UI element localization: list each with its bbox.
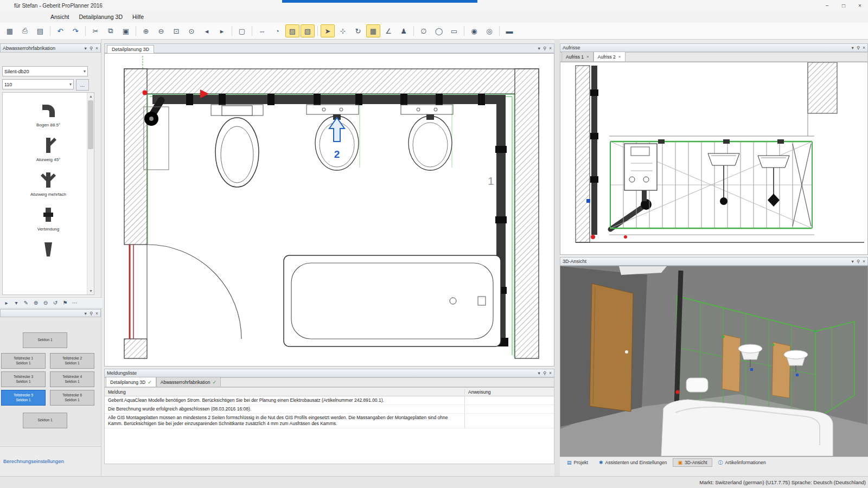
close-icon[interactable]: × — [618, 54, 621, 59]
pin-icon[interactable]: ⚲ — [90, 311, 93, 316]
rotate-element-button[interactable]: ↻ — [351, 24, 365, 37]
selection-window-button[interactable]: ▢ — [235, 24, 249, 37]
view3d-rendering[interactable] — [560, 266, 867, 456]
zoom-out-button[interactable]: ⊖ — [154, 24, 168, 37]
plan-document-tab[interactable]: Detailplanung 3D — [107, 45, 154, 53]
list-item[interactable]: Abzweig 45° — [3, 135, 94, 162]
washbasin-symbol[interactable] — [409, 114, 452, 170]
toilet-3d[interactable] — [686, 378, 708, 392]
section-block[interactable]: Teilstrecke 3 Sektion 1 — [1, 371, 46, 387]
pin-icon[interactable]: ⚲ — [543, 370, 546, 376]
pan-button[interactable]: ⇔ — [255, 24, 269, 37]
snap-grid-button[interactable]: ▦ — [366, 24, 380, 37]
tab-projekt[interactable]: ▤ Projekt — [562, 458, 593, 467]
section-block[interactable]: Teilstrecke 4 Sektion 1 — [50, 371, 94, 387]
pin-icon[interactable]: ⚲ — [857, 45, 860, 50]
list-item[interactable]: Abzweig mehrfach — [3, 170, 94, 197]
zoom-window-button[interactable]: ⊡ — [169, 24, 183, 37]
menu-ansicht[interactable]: Ansicht — [46, 12, 74, 21]
pipe-system-select[interactable]: Silent-db20 ▾ — [2, 66, 88, 76]
diameter-browse-button[interactable]: … — [76, 79, 89, 91]
tool-remove-icon[interactable]: ⊖ — [41, 299, 50, 307]
close-icon[interactable]: × — [863, 259, 865, 264]
column-anweisung[interactable]: Anweisung — [465, 389, 554, 395]
vertical-splitter[interactable] — [554, 39, 560, 476]
tab-artikelinformationen[interactable]: ⓘ Artikelinformationen — [713, 458, 771, 468]
zoom-in-button[interactable]: ⊕ — [139, 24, 153, 37]
fitting-sleeve-button[interactable]: ▭ — [447, 24, 461, 37]
report-button[interactable]: ▤ — [33, 24, 47, 37]
close-button[interactable]: × — [852, 0, 868, 11]
zoom-all-button[interactable]: ⊙ — [184, 24, 199, 37]
visibility-3d-button[interactable]: ▧ — [301, 24, 315, 37]
tab-aufriss-2[interactable]: Aufriss 2 × — [593, 52, 626, 61]
close-icon[interactable]: × — [95, 46, 98, 51]
tool-edit-icon[interactable]: ✎ — [21, 299, 31, 307]
redo-button[interactable]: ↷ — [68, 24, 82, 37]
calculation-settings-link[interactable]: Berechnungseinstellungen — [3, 458, 64, 464]
zoom-previous-button[interactable]: ◂ — [200, 24, 214, 37]
view3d-canvas[interactable] — [560, 266, 868, 457]
undo-button[interactable]: ↶ — [53, 24, 67, 37]
fitting-catalog-list[interactable]: Bogen 88.5° Abzweig 45° Abzweig mehrfach… — [2, 92, 94, 295]
minimize-button[interactable]: − — [819, 0, 835, 11]
door-symbol[interactable] — [130, 245, 241, 339]
close-icon[interactable]: × — [549, 46, 552, 51]
panel-menu-icon[interactable]: ▾ — [852, 259, 854, 264]
tool-expand-icon[interactable]: ▾ — [11, 299, 21, 307]
table-row[interactable]: Alle GIS Montageplatten müssen an mindes… — [105, 414, 554, 428]
section-block[interactable]: Sektion 1 — [23, 332, 67, 348]
basin-element[interactable] — [708, 153, 739, 205]
move-element-button[interactable]: ⊹ — [336, 24, 350, 37]
diameter-select[interactable]: 110 ▾ — [2, 79, 74, 89]
close-icon[interactable]: × — [586, 54, 589, 59]
section-block-selected[interactable]: Teilstrecke 5 Sektion 1 — [1, 390, 46, 406]
cistern-element[interactable] — [624, 144, 657, 201]
zoom-next-button[interactable]: ▸ — [215, 24, 229, 37]
paste-button[interactable]: ▣ — [119, 24, 133, 37]
tool-add-icon[interactable]: ⊕ — [31, 299, 41, 307]
floor-plan-canvas[interactable]: 2 1 — [104, 53, 554, 367]
select-pointer-button[interactable]: ➤ — [321, 24, 335, 37]
panel-menu-icon[interactable]: ▾ — [85, 311, 87, 316]
tool-select-icon[interactable]: ▸ — [2, 299, 11, 307]
dimension-button[interactable]: ▬ — [502, 24, 516, 37]
visibility-2d-button[interactable]: ▨ — [285, 24, 299, 37]
floor-plan-drawing[interactable]: 2 1 — [105, 54, 554, 366]
walkthrough-person-button[interactable]: ♟ — [397, 24, 411, 37]
save-button[interactable]: ▦ — [3, 24, 17, 37]
fitting-ring-button[interactable]: ◯ — [432, 24, 446, 37]
list-item[interactable]: Verbindung — [3, 204, 94, 232]
menu-hilfe[interactable]: Hilfe — [127, 12, 149, 21]
pin-icon[interactable]: ⚲ — [90, 46, 93, 51]
panel-menu-icon[interactable]: ▾ — [852, 45, 854, 50]
maximize-button[interactable]: □ — [835, 0, 852, 11]
elevation-drawing[interactable] — [560, 62, 867, 254]
elevation-canvas[interactable] — [560, 62, 868, 255]
copy-button[interactable]: ⧉ — [104, 24, 118, 37]
scroll-down-icon[interactable]: ▼ — [87, 287, 94, 294]
fitting-straight-button[interactable]: ∅ — [417, 24, 431, 37]
table-row[interactable]: Die Berechnung wurde erfolgreich abgesch… — [105, 405, 554, 414]
section-block[interactable]: Teilstrecke 1 Sektion 1 — [1, 353, 46, 369]
close-icon[interactable]: × — [863, 45, 865, 50]
close-icon[interactable]: × — [95, 311, 98, 316]
pin-icon[interactable]: ⚲ — [543, 46, 546, 51]
tab-abwasserrohrfabrikation[interactable]: Abwasserrohrfabrikation ✓ — [156, 377, 221, 387]
catalog-scrollbar[interactable]: ▲ ▼ — [87, 93, 94, 294]
section-block[interactable]: Sektion 1 — [23, 413, 67, 428]
door-3d[interactable] — [590, 284, 633, 412]
orbit-button[interactable]: ◔ — [270, 24, 284, 37]
column-meldung[interactable]: Meldung — [105, 389, 465, 395]
toilet-symbol[interactable] — [215, 106, 259, 187]
list-item[interactable] — [3, 239, 94, 261]
tool-more-icon[interactable]: ⋯ — [70, 299, 80, 307]
print-button[interactable]: ⎙ — [18, 24, 32, 37]
tab-aufriss-1[interactable]: Aufriss 1 × — [561, 52, 593, 61]
measure-angle-button[interactable]: ∠ — [381, 24, 395, 37]
tab-assistenten-und-einstellungen[interactable]: ✱ Assistenten und Einstellungen — [594, 458, 672, 467]
tab-3d-ansicht[interactable]: ▣ 3D-Ansicht — [673, 458, 712, 467]
bathtub-symbol[interactable] — [284, 255, 501, 346]
scrollbar-thumb[interactable] — [88, 100, 93, 149]
section-block[interactable]: Teilstrecke 2 Sektion 1 — [50, 353, 94, 369]
